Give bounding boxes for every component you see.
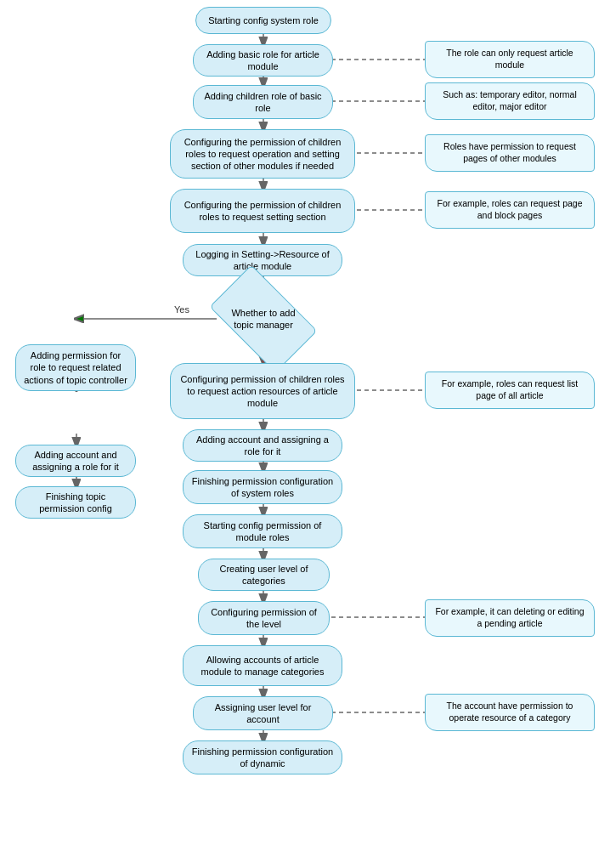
node-diamond: Whether to add topic manager — [217, 289, 310, 349]
note-n13: The account have permission to operate r… — [425, 694, 595, 731]
node-n12: Allowing accounts of article module to m… — [183, 645, 342, 686]
node-n4: Configuring the permission of children r… — [170, 189, 355, 233]
note-n11: For example, it can deleting or editing … — [425, 599, 595, 637]
node-left3: Finishing topic permission config — [15, 486, 136, 519]
node-n9: Starting config permission of module rol… — [183, 514, 342, 548]
node-left2: Adding account and assigning a role for … — [15, 445, 136, 477]
node-n5: Logging in Setting->Resource of article … — [183, 244, 342, 276]
note-n1: The role can only request article module — [425, 41, 595, 78]
note-n6: For example, roles can request list page… — [425, 372, 595, 409]
node-n13: Assigning user level for account — [193, 696, 333, 730]
note-n3: Roles have permission to request pages o… — [425, 134, 595, 172]
flowchart: Yes No Starting config system role Addin… — [0, 0, 610, 26]
node-left1: Adding permission for role to request re… — [15, 344, 136, 391]
node-n7: Adding account and assigning a role for … — [183, 429, 342, 462]
node-n8: Finishing permission configuration of sy… — [183, 470, 342, 504]
node-n3: Configuring the permission of children r… — [170, 129, 355, 179]
node-n1: Adding basic role for article module — [193, 44, 333, 77]
node-n10: Creating user level of categories — [198, 559, 330, 591]
node-n14: Finishing permission configuration of dy… — [183, 740, 342, 774]
node-n6: Configuring permission of children roles… — [170, 363, 355, 419]
node-start: Starting config system role — [195, 7, 331, 34]
yes-label: Yes — [174, 304, 189, 315]
node-n2: Adding children role of basic role — [193, 85, 333, 119]
note-n2: Such as: temporary editor, normal editor… — [425, 82, 595, 120]
node-n11: Configuring permission of the level — [198, 601, 330, 635]
note-n4: For example, roles can request page and … — [425, 191, 595, 229]
